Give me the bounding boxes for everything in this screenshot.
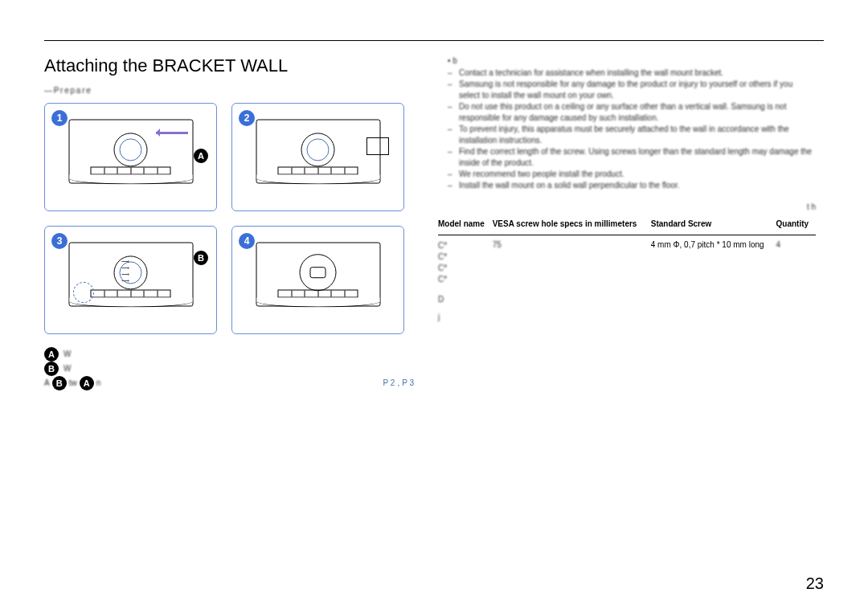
legend-block: A W B W A B tw A n P 2 , P 3 — [44, 347, 414, 390]
th-vesa: VESA screw hole specs in millimeters — [493, 216, 651, 235]
label-b-circle: B — [194, 251, 208, 265]
step-number: 1 — [51, 110, 68, 126]
step-number: 4 — [239, 233, 255, 249]
panel-step-1: 1 A — [44, 103, 217, 211]
bullet-head: b — [452, 56, 457, 65]
td-qty: 4 — [776, 235, 816, 288]
page-link-separator: , — [397, 376, 399, 390]
label-a-circle: A — [194, 149, 208, 163]
footer-note-2: j — [438, 313, 816, 322]
spec-table: Model name VESA screw hole specs in mill… — [438, 216, 816, 287]
th-qty: Quantity — [776, 216, 816, 235]
page-link-1[interactable]: P 2 — [383, 376, 395, 390]
caution-item: Find the correct length of the screw. Us… — [448, 146, 816, 169]
screw-lines-icon: ⟶⟶⟶⟶ — [121, 259, 129, 284]
td-models: C* C* C* C* — [438, 235, 493, 288]
instruction-panels: 1 A 2 — [44, 103, 414, 334]
legend-line3-b: tw — [69, 376, 77, 390]
th-screw: Standard Screw — [651, 216, 776, 235]
section-title: Attaching the BRACKET WALL — [44, 55, 414, 76]
page-link-2[interactable]: P 3 — [402, 376, 414, 390]
dashed-circle-icon — [73, 282, 94, 303]
right-column: • b Contact a technician for assistance … — [438, 55, 816, 390]
legend-a-inline: A — [80, 376, 94, 390]
legend-line3-prefix: A — [44, 376, 50, 390]
legend-a-circle: A — [44, 347, 59, 362]
legend-b-circle: B — [44, 362, 59, 376]
caution-item: Samsung is not responsible for any damag… — [448, 79, 816, 101]
td-vesa: 75 — [493, 235, 651, 288]
caution-item: We recommend two people install the prod… — [448, 169, 816, 180]
left-column: Attaching the BRACKET WALL ― P r e p a r… — [44, 55, 414, 390]
legend-a-text: W — [63, 347, 71, 362]
legend-b-inline: B — [52, 376, 67, 390]
legend-line3-a: n — [96, 376, 101, 390]
page-number: 23 — [806, 574, 824, 593]
panel-step-2: 2 — [231, 103, 404, 211]
footer-note-1: D — [438, 295, 816, 304]
th-model: Model name — [438, 216, 493, 235]
caution-item: Do not use this product on a ceiling or … — [448, 101, 816, 124]
unit-note: t h — [438, 202, 816, 211]
caution-item: Install the wall mount on a solid wall p… — [448, 180, 816, 191]
step-number: 3 — [51, 233, 68, 249]
bracket-icon — [366, 137, 389, 155]
preparation-note: ― P r e p a r e — [44, 86, 414, 95]
panel-step-4: 4 — [231, 226, 404, 334]
step-number: 2 — [239, 110, 255, 126]
caution-item: To prevent injury, this apparatus must b… — [448, 124, 816, 146]
td-screw: 4 mm Φ, 0,7 pitch * 10 mm long — [651, 235, 776, 288]
panel-step-3: 3 ⟶⟶⟶⟶ B — [44, 226, 217, 334]
legend-b-text: W — [63, 362, 71, 376]
caution-item: Contact a technician for assistance when… — [448, 67, 816, 79]
caution-list: • b Contact a technician for assistance … — [438, 55, 816, 191]
arrow-icon — [156, 132, 188, 134]
